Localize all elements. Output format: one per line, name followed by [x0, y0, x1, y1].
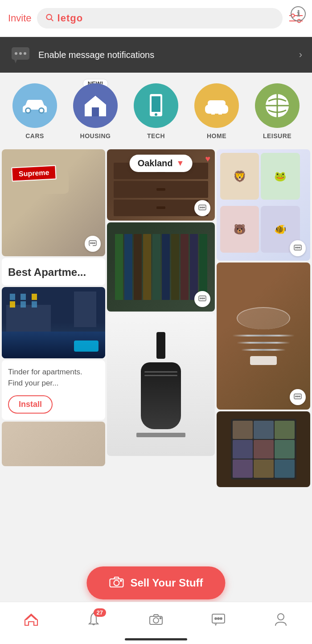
ad-card-text: Tinder for apartments. Find your per... …	[2, 360, 105, 420]
svg-line-1	[51, 19, 53, 21]
svg-point-0	[46, 14, 52, 20]
search-text: letgo	[57, 12, 83, 24]
product-apartment-img[interactable]	[2, 287, 105, 358]
product-necklace[interactable]	[217, 263, 310, 410]
search-bar[interactable]: letgo	[37, 8, 283, 29]
category-housing-label: HOUSING	[80, 132, 111, 139]
svg-point-40	[204, 298, 205, 299]
svg-point-39	[202, 298, 203, 299]
svg-point-48	[299, 396, 300, 397]
svg-rect-22	[208, 100, 226, 107]
message-bubble-btn[interactable]	[85, 236, 101, 252]
location-dropdown[interactable]: Oakland ▼	[130, 155, 193, 172]
message-bubble-necklace[interactable]	[290, 389, 306, 405]
svg-point-50	[114, 580, 119, 586]
category-cars-label: CARS	[25, 132, 44, 139]
notification-banner[interactable]: Enable message notifications ›	[0, 37, 312, 73]
svg-point-60	[218, 618, 219, 619]
svg-point-57	[160, 618, 161, 619]
svg-point-51	[120, 580, 122, 582]
product-photo-strip[interactable]	[217, 411, 310, 487]
svg-marker-32	[90, 246, 92, 247]
product-grid: Supreme ℹ Best Apartme...	[0, 148, 312, 489]
message-bubble-icon	[10, 46, 31, 64]
category-home[interactable]: HOME	[186, 83, 247, 139]
svg-marker-10	[14, 60, 17, 63]
product-containers[interactable]: 🦁 🐸 🐻 🐠	[217, 149, 310, 261]
nav-notifications[interactable]: 27	[80, 608, 107, 631]
ad-card-apartments: ℹ Best Apartme...	[2, 258, 105, 285]
product-books[interactable]	[107, 222, 215, 312]
svg-rect-19	[152, 96, 160, 112]
categories-row: CARS NEW! HOUSING TECH	[0, 73, 312, 148]
category-tech[interactable]: TECH	[126, 83, 186, 139]
svg-point-42	[296, 247, 296, 248]
svg-point-59	[215, 618, 217, 619]
ad-title: Best Apartme...	[8, 266, 99, 279]
svg-point-30	[92, 242, 93, 243]
sell-button[interactable]: Sell Your Stuff	[86, 566, 225, 599]
camera-icon	[109, 575, 124, 591]
svg-point-46	[296, 396, 296, 397]
invite-button[interactable]: Invite	[8, 12, 32, 24]
svg-point-35	[202, 207, 203, 208]
sell-label: Sell Your Stuff	[130, 577, 203, 589]
product-supreme-hat[interactable]: Supreme	[2, 149, 105, 256]
svg-point-9	[24, 52, 26, 55]
category-housing[interactable]: NEW! HOUSING	[65, 83, 126, 139]
notification-chevron: ›	[299, 49, 302, 61]
svg-point-31	[94, 242, 95, 243]
category-tech-label: TECH	[147, 132, 165, 139]
svg-point-44	[299, 247, 300, 248]
category-leisure-label: LEISURE	[263, 132, 291, 139]
svg-point-34	[200, 207, 201, 208]
header: Invite letgo	[0, 0, 312, 37]
svg-rect-24	[218, 113, 222, 115]
message-bubble-containers[interactable]	[290, 240, 306, 256]
product-dresser[interactable]: Oakland ▼ ♥	[107, 149, 215, 221]
notification-text: Enable message notifications	[38, 50, 292, 60]
svg-point-14	[40, 109, 43, 112]
nav-messages[interactable]	[205, 608, 232, 631]
svg-point-7	[15, 52, 17, 55]
svg-point-36	[204, 207, 205, 208]
install-button[interactable]: Install	[8, 395, 53, 414]
nav-profile[interactable]	[267, 608, 294, 631]
location-city: Oakland	[138, 158, 173, 168]
grid-col-right: 🦁 🐸 🐻 🐠	[217, 149, 310, 487]
svg-point-38	[200, 298, 201, 299]
search-icon	[45, 13, 54, 24]
svg-point-43	[297, 247, 298, 248]
nav-camera[interactable]	[143, 608, 169, 631]
category-home-label: HOME	[207, 132, 226, 139]
svg-marker-62	[215, 623, 217, 625]
svg-point-8	[19, 52, 22, 55]
category-cars[interactable]: CARS	[4, 83, 65, 139]
grid-col-mid: Oakland ▼ ♥	[107, 149, 215, 487]
ad-subtitle: Tinder for apartments. Find your per...	[8, 366, 99, 389]
svg-point-63	[278, 614, 284, 620]
home-indicator	[125, 638, 187, 640]
message-bubble-dresser[interactable]	[194, 200, 210, 216]
svg-point-29	[90, 242, 91, 243]
svg-point-20	[155, 113, 157, 116]
category-leisure[interactable]: LEISURE	[247, 83, 308, 139]
message-bubble-books[interactable]	[194, 291, 210, 307]
grid-col-left: Supreme ℹ Best Apartme...	[2, 149, 105, 487]
location-chevron: ▼	[177, 159, 185, 168]
nav-home[interactable]	[18, 608, 45, 631]
svg-point-12	[26, 109, 30, 112]
svg-rect-23	[211, 113, 215, 115]
svg-point-47	[297, 396, 298, 397]
notification-count: 27	[94, 608, 106, 617]
product-vase[interactable]	[107, 313, 215, 456]
svg-point-56	[153, 618, 159, 623]
svg-rect-16	[92, 107, 99, 116]
svg-point-61	[220, 618, 222, 619]
product-bedroom[interactable]	[2, 422, 105, 466]
svg-marker-53	[25, 614, 37, 620]
bottom-navigation: 27	[0, 602, 312, 644]
